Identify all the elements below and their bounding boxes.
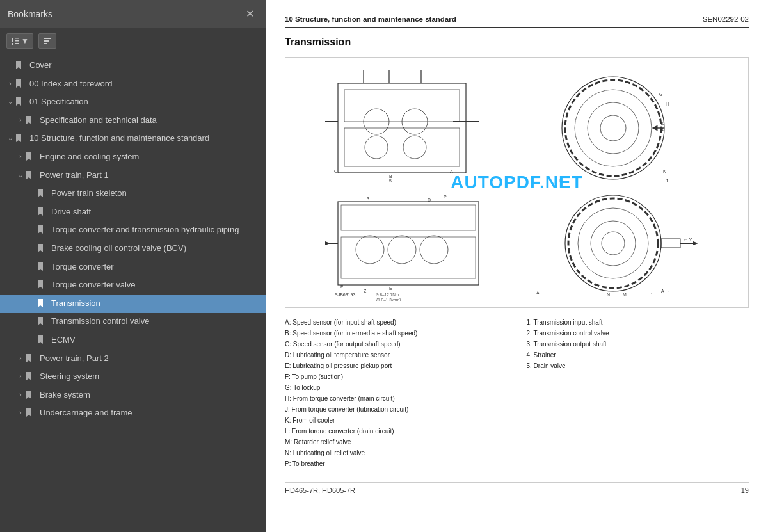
sidebar-item-label: Cover xyxy=(29,60,262,71)
bookmark-icon xyxy=(37,280,47,292)
sidebar-item-transmission[interactable]: Transmission xyxy=(0,295,266,314)
svg-point-39 xyxy=(388,236,416,264)
transmission-diagram: C B A 5 G xyxy=(319,64,716,301)
sidebar-item-power-train-1[interactable]: ⌄Power train, Part 1 xyxy=(0,167,266,186)
sidebar-item-torque-converter-valve[interactable]: Torque converter valve xyxy=(0,277,266,295)
doc-header: 10 Structure, function and maintenance s… xyxy=(285,15,749,28)
sidebar-item-brake-cooling[interactable]: Brake cooling oil control valve (BCV) xyxy=(0,240,266,259)
expand-arrow: › xyxy=(15,354,26,362)
doc-section-title: Transmission xyxy=(285,36,749,48)
sidebar-item-label: Undercarriage and frame xyxy=(40,408,262,419)
svg-text:A: A xyxy=(536,291,540,295)
legend-item: N: Lubricating oil relief valve xyxy=(285,447,508,458)
legend-item: D: Lubricating oil temperature sensor xyxy=(285,350,508,360)
close-button[interactable]: ✕ xyxy=(242,6,258,21)
bookmark-icon xyxy=(26,116,36,127)
expand-arrow: › xyxy=(5,79,15,88)
svg-text:L: L xyxy=(559,179,561,183)
svg-text:SJB63193: SJB63193 xyxy=(335,293,355,297)
sidebar-item-label: Transmission xyxy=(51,298,262,309)
doc-header-section: 10 Structure, function and maintenance s… xyxy=(285,15,456,23)
sidebar-item-label: 00 Index and foreword xyxy=(29,79,262,90)
expand-arrow: › xyxy=(15,408,26,417)
bookmark-icon xyxy=(37,317,47,328)
svg-text:P: P xyxy=(444,195,447,199)
sidebar-item-engine-cooling[interactable]: ›Engine and cooling system xyxy=(0,149,266,167)
bookmark-icon xyxy=(15,61,26,72)
svg-text:G: G xyxy=(659,92,662,97)
legend-num-item: 3. Transmission output shaft xyxy=(527,339,749,350)
sidebar-item-torque-converter-piping[interactable]: Torque converter and transmission hydrau… xyxy=(0,222,266,240)
sidebar-item-00-index[interactable]: ›00 Index and foreword xyxy=(0,76,266,94)
svg-rect-1 xyxy=(15,38,19,39)
svg-point-26 xyxy=(565,80,661,176)
svg-text:Z: Z xyxy=(661,121,664,125)
svg-marker-42 xyxy=(325,241,330,245)
sidebar-item-brake-system[interactable]: ›Brake system xyxy=(0,387,266,405)
sidebar-item-label: 10 Structure, function and maintenance s… xyxy=(29,133,262,144)
main-content: 10 Structure, function and maintenance s… xyxy=(266,0,768,532)
legend-item: K: From oil cooler xyxy=(285,415,508,426)
legend-item: A: Speed sensor (for input shaft speed) xyxy=(285,317,508,328)
sidebar-item-label: Power train, Part 1 xyxy=(40,170,262,181)
svg-rect-3 xyxy=(15,40,19,42)
svg-point-56 xyxy=(568,198,658,288)
sidebar-item-steering-system[interactable]: ›Steering system xyxy=(0,368,266,387)
svg-text:A: A xyxy=(450,169,453,173)
svg-point-53 xyxy=(578,208,648,278)
svg-rect-57 xyxy=(661,239,680,248)
svg-rect-8 xyxy=(344,128,460,166)
sidebar-item-spec-data[interactable]: ›Specification and technical data xyxy=(0,112,266,131)
svg-point-25 xyxy=(600,115,626,141)
bookmark-icon xyxy=(37,299,47,310)
svg-point-23 xyxy=(575,90,652,166)
bookmark-icon xyxy=(37,189,47,200)
sidebar-item-label: ECMV xyxy=(51,335,262,346)
sidebar-toolbar: ▼ xyxy=(0,28,266,54)
svg-text:J: J xyxy=(666,179,668,183)
expand-arrow: › xyxy=(15,152,26,161)
sidebar-item-torque-converter[interactable]: Torque converter xyxy=(0,259,266,277)
svg-text:5: 5 xyxy=(389,179,392,183)
doc-model: HD465-7R, HD605-7R xyxy=(285,487,355,494)
sidebar-item-ecmv[interactable]: ECMV xyxy=(0,332,266,350)
svg-point-52 xyxy=(565,195,661,291)
svg-point-12 xyxy=(403,136,426,159)
svg-text:C: C xyxy=(334,169,337,173)
sidebar-item-01-specification[interactable]: ⌄01 Specification xyxy=(0,93,266,112)
legend-item: G: To lockup xyxy=(285,382,508,393)
legend-item: B: Speed sensor (for intermediate shaft … xyxy=(285,328,508,339)
sidebar: Bookmarks ✕ ▼ Cover›00 Index and forewor… xyxy=(0,0,266,532)
bookmark-icon xyxy=(26,171,36,182)
sidebar-item-transmission-control-valve[interactable]: Transmission control valve xyxy=(0,313,266,332)
sidebar-item-label: Transmission control valve xyxy=(51,316,262,327)
expand-arrow: › xyxy=(15,391,26,399)
bookmark-icon xyxy=(15,97,26,109)
svg-text:→: → xyxy=(648,291,653,295)
expand-icon xyxy=(43,36,52,45)
bookmark-list-view-button[interactable]: ▼ xyxy=(6,33,33,49)
sidebar-item-cover[interactable]: Cover xyxy=(0,57,266,76)
legend-num-item: 1. Transmission input shaft xyxy=(527,317,749,328)
sidebar-item-label: Power train, Part 2 xyxy=(40,353,262,364)
svg-point-54 xyxy=(591,221,636,266)
sidebar-item-power-train-skeleton[interactable]: Power train skeleton xyxy=(0,185,266,204)
sidebar-item-label: Torque converter and transmission hydrau… xyxy=(51,225,262,236)
bookmark-icon xyxy=(37,335,47,347)
sidebar-item-undercarriage-frame[interactable]: ›Undercarriage and frame xyxy=(0,405,266,423)
bookmark-icon xyxy=(15,134,26,145)
diagram-area: AUTOPDF.NET C xyxy=(285,57,749,308)
sidebar-item-10-structure[interactable]: ⌄10 Structure, function and maintenance … xyxy=(0,130,266,149)
doc-legend: A: Speed sensor (for input shaft speed)B… xyxy=(285,317,749,469)
svg-rect-35 xyxy=(338,202,479,285)
legend-num-item: 5. Drain valve xyxy=(527,360,749,371)
legend-num-item: 4. Strainer xyxy=(527,350,749,360)
sidebar-item-drive-shaft[interactable]: Drive shaft xyxy=(0,204,266,222)
sidebar-item-label: Drive shaft xyxy=(51,207,262,218)
sidebar-title: Bookmarks xyxy=(8,9,52,19)
sidebar-item-power-train-2[interactable]: ›Power train, Part 2 xyxy=(0,350,266,369)
svg-text:E: E xyxy=(389,286,392,291)
legend-item: P: To breather xyxy=(285,458,508,469)
svg-rect-4 xyxy=(12,43,13,45)
bookmark-expand-button[interactable] xyxy=(38,33,56,49)
